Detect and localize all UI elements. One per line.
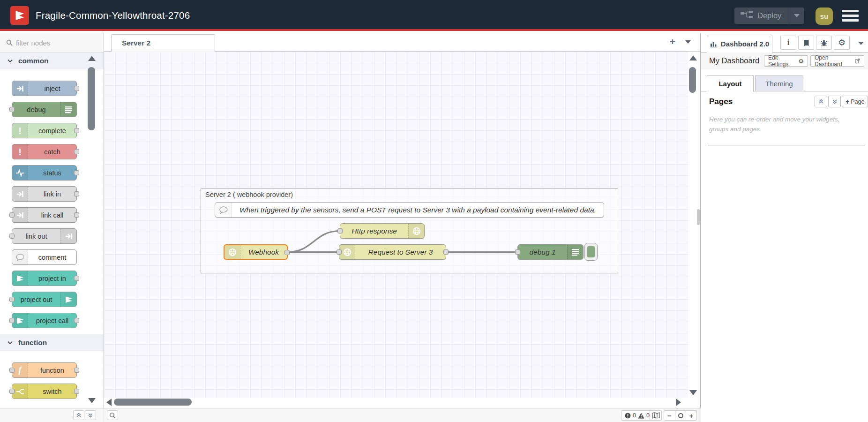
edit-settings-label: Edit Settings bbox=[768, 54, 796, 68]
zoom-reset-button[interactable] bbox=[675, 411, 686, 420]
move-page-up-button[interactable] bbox=[815, 96, 827, 107]
palette-scroll-up-arrow[interactable] bbox=[88, 56, 96, 61]
tab-theming[interactable]: Theming bbox=[755, 75, 803, 91]
output-port[interactable] bbox=[74, 318, 79, 323]
canvas-scroll-right-arrow[interactable] bbox=[676, 399, 681, 406]
palette-scroll-down-arrow[interactable] bbox=[88, 398, 96, 403]
deploy-options-button[interactable] bbox=[789, 8, 804, 24]
input-port[interactable] bbox=[9, 234, 15, 239]
add-flow-button[interactable]: + bbox=[666, 36, 679, 48]
input-port[interactable] bbox=[337, 228, 343, 234]
node-label: Webhook bbox=[240, 245, 287, 259]
output-port[interactable] bbox=[443, 249, 449, 255]
move-page-down-button[interactable] bbox=[828, 96, 841, 107]
canvas-vertical-scrollbar-thumb[interactable] bbox=[689, 67, 696, 93]
palette-node-project-in[interactable]: project in bbox=[12, 271, 77, 286]
input-port[interactable] bbox=[337, 249, 342, 255]
notifications-toggle[interactable]: 0 0 bbox=[621, 410, 653, 421]
output-port[interactable] bbox=[284, 250, 290, 255]
wire-webhook-to-http-response[interactable] bbox=[288, 231, 340, 252]
palette-node-function[interactable]: ffunction bbox=[12, 362, 77, 378]
edit-settings-button[interactable]: Edit Settings ⚙ bbox=[764, 55, 808, 67]
sidebar-tab-dashboard[interactable]: Dashboard 2.0 bbox=[707, 35, 772, 53]
input-port[interactable] bbox=[515, 249, 520, 255]
double-chevron-up-icon bbox=[76, 413, 82, 418]
palette-node-complete[interactable]: !complete bbox=[12, 123, 77, 138]
section-divider bbox=[708, 145, 865, 145]
canvas-scroll-up-arrow[interactable] bbox=[689, 55, 697, 60]
debug-enable-toggle[interactable] bbox=[584, 243, 598, 261]
zoom-search-button[interactable] bbox=[107, 410, 118, 420]
palette-node-link-call[interactable]: link call bbox=[12, 207, 77, 223]
output-port[interactable] bbox=[74, 191, 79, 196]
flow-tab-server-2[interactable]: Server 2 bbox=[111, 34, 215, 52]
sidebar-tab-info[interactable]: i bbox=[780, 36, 796, 50]
globe-icon bbox=[408, 224, 424, 238]
palette-node-debug[interactable]: debug bbox=[12, 102, 77, 117]
sidebar-tab-help[interactable] bbox=[798, 36, 814, 50]
palette-node-link-out[interactable]: link out bbox=[12, 228, 77, 244]
node-label: inject bbox=[28, 81, 76, 96]
input-port[interactable] bbox=[9, 318, 15, 323]
input-port[interactable] bbox=[9, 297, 15, 302]
debug-toggle-state bbox=[587, 246, 595, 257]
canvas-scroll-left-arrow[interactable] bbox=[106, 399, 112, 406]
zoom-in-button[interactable]: + bbox=[686, 411, 696, 420]
input-port[interactable] bbox=[9, 389, 15, 394]
palette-node-project-call[interactable]: project call bbox=[12, 313, 77, 328]
open-dashboard-button[interactable]: Open Dashboard bbox=[810, 55, 864, 67]
flow-node-webhook[interactable]: Webhook bbox=[224, 244, 288, 260]
hamburger-icon bbox=[842, 10, 859, 12]
input-port[interactable] bbox=[9, 368, 15, 373]
palette-node-catch[interactable]: !catch bbox=[12, 144, 77, 159]
expand-categories-button[interactable] bbox=[85, 410, 96, 420]
sidebar-splitter-handle[interactable] bbox=[697, 209, 700, 225]
output-port[interactable] bbox=[74, 86, 79, 91]
flow-list-button[interactable] bbox=[685, 40, 691, 44]
flow-node-http-response[interactable]: Http response bbox=[340, 223, 425, 239]
output-port[interactable] bbox=[74, 128, 79, 133]
flow-node-comment[interactable]: When triggered by the sensors, send a PO… bbox=[215, 202, 604, 218]
palette-node-comment[interactable]: comment bbox=[12, 249, 77, 265]
palette-category-header-common[interactable]: common bbox=[0, 53, 104, 69]
add-page-button[interactable]: + Page bbox=[842, 96, 868, 107]
node-label: debug bbox=[12, 102, 60, 117]
canvas-scroll-down-arrow[interactable] bbox=[689, 390, 697, 395]
palette-node-switch[interactable]: switch bbox=[12, 384, 77, 399]
deploy-button[interactable]: Deploy bbox=[734, 8, 804, 24]
func-icon: f bbox=[12, 363, 28, 377]
palette-search-input[interactable] bbox=[15, 36, 85, 50]
sidebar-tab-debug[interactable] bbox=[816, 36, 832, 50]
palette-node-inject[interactable]: inject bbox=[12, 81, 77, 96]
output-port[interactable] bbox=[74, 389, 79, 394]
main-menu-button[interactable] bbox=[842, 10, 859, 24]
warning-icon bbox=[638, 413, 644, 419]
output-port[interactable] bbox=[74, 149, 79, 154]
output-port[interactable] bbox=[74, 276, 79, 281]
bug-icon bbox=[820, 39, 828, 46]
input-port[interactable] bbox=[9, 107, 15, 112]
navigator-toggle-button[interactable] bbox=[650, 410, 662, 421]
palette-category-header-function[interactable]: function bbox=[0, 334, 104, 351]
flow-node-debug-1[interactable]: debug 1 bbox=[517, 244, 584, 260]
zoom-out-button[interactable]: − bbox=[664, 411, 675, 420]
tab-layout[interactable]: Layout bbox=[707, 75, 754, 92]
category-label: common bbox=[18, 57, 49, 65]
palette-node-project-out[interactable]: project out bbox=[12, 292, 77, 307]
palette-node-status[interactable]: status bbox=[12, 165, 77, 181]
sidebar-tab-config[interactable]: ⚙ bbox=[834, 36, 850, 50]
output-port[interactable] bbox=[74, 368, 79, 373]
header-bar: Fragile-Common-Yellowthroat-2706 Deploy … bbox=[0, 0, 868, 31]
output-port[interactable] bbox=[74, 212, 79, 218]
flow-node-request-to-server-3[interactable]: Request to Server 3 bbox=[339, 244, 446, 260]
user-avatar[interactable]: su bbox=[816, 8, 833, 25]
palette-node-link-in[interactable]: link in bbox=[12, 186, 77, 202]
workspace-tab-bar: Server 2 + bbox=[104, 33, 701, 52]
palette-scrollbar-thumb[interactable] bbox=[88, 67, 95, 130]
canvas-horizontal-scrollbar-thumb[interactable] bbox=[114, 399, 192, 406]
flow-canvas[interactable]: Server 2 ( webhook provider) When trigge… bbox=[104, 52, 688, 398]
sidebar-tabs-menu-button[interactable] bbox=[858, 42, 864, 45]
output-port[interactable] bbox=[74, 170, 79, 175]
input-port[interactable] bbox=[9, 212, 15, 218]
collapse-categories-button[interactable] bbox=[73, 410, 84, 420]
